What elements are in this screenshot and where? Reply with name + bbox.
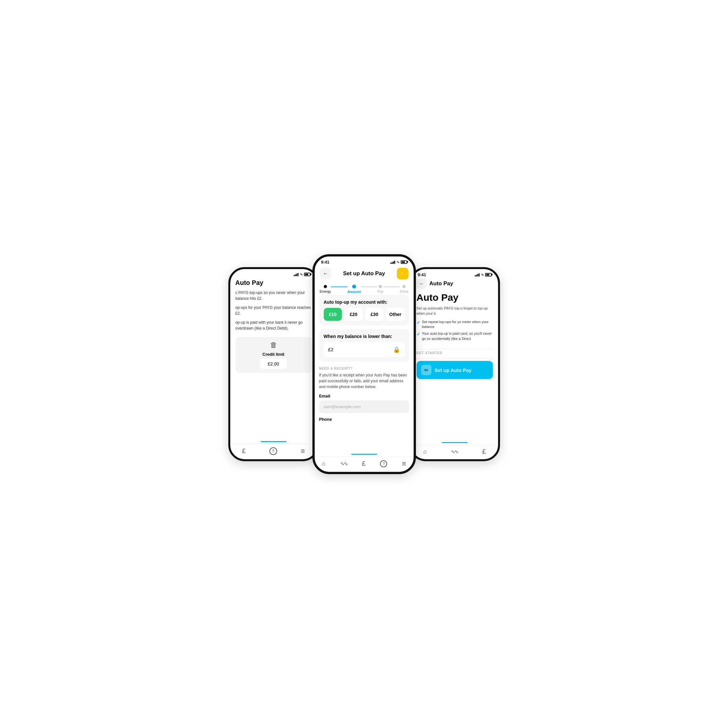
- balance-value: £2: [328, 347, 334, 352]
- get-started-label: GET STARTED: [416, 351, 493, 355]
- amount-other[interactable]: Other: [386, 308, 405, 321]
- back-button-center[interactable]: ←: [320, 268, 332, 280]
- receipt-section: NEED A RECEIPT? If you'd like a receipt …: [319, 366, 409, 426]
- step-label-amount: Amount: [347, 290, 361, 294]
- back-button-right[interactable]: ←: [416, 278, 427, 289]
- battery-icon-right: [485, 273, 492, 277]
- topup-card: Auto top-up my account with: £10 £20 £30…: [319, 295, 409, 325]
- left-card: 🗑 Credit limit £2.00: [236, 337, 312, 373]
- step-dot-amount: [352, 284, 356, 289]
- step-label-energy: Energy: [320, 289, 331, 293]
- phone-right: 9:41 ∿ ← Auto Pay Auto: [410, 267, 500, 461]
- balance-card: When my balance is lower than: £2 🔒: [319, 329, 409, 362]
- amount-10[interactable]: £10: [324, 308, 342, 321]
- status-time-right: 9:41: [418, 272, 426, 277]
- nav-menu-left[interactable]: ≡: [301, 447, 305, 455]
- lock-icon: 🔒: [393, 346, 400, 353]
- topup-title: Auto top-up my account with:: [324, 300, 405, 305]
- nav-question-center[interactable]: ?: [380, 460, 387, 467]
- step-indicator: Energy Amount Pay Done: [315, 282, 414, 295]
- right-header-title: Auto Pay: [430, 280, 453, 287]
- left-content: Auto Pay c PAYG top-ups so you never whe…: [230, 278, 317, 440]
- battery-icon-left: [304, 273, 310, 276]
- setup-autopay-button[interactable]: ∞ Set up Auto Pay: [416, 361, 493, 379]
- credit-value: £2.00: [260, 359, 287, 369]
- receipt-desc: If you'd like a receipt when your Auto P…: [319, 372, 409, 390]
- check-item-1: ✓ Set repeat top-ups for yo meter when y…: [416, 320, 493, 330]
- home-indicator-left: [230, 440, 317, 444]
- nav-home-center[interactable]: ⌂: [322, 460, 325, 467]
- step-done: Done: [400, 285, 408, 293]
- step-dot-pay: [379, 285, 382, 288]
- battery-icon-center: [401, 260, 407, 264]
- email-input[interactable]: sam@example.com: [319, 401, 409, 413]
- scene: ∿ Auto Pay c PAYG top-ups so you never w…: [186, 254, 542, 474]
- divider-right-2: [416, 359, 493, 359]
- balance-title: When my balance is lower than:: [324, 334, 405, 339]
- wifi-icon-right: ∿: [481, 273, 484, 277]
- nav-graph-right[interactable]: ∿∿: [451, 448, 458, 455]
- signal-icon-right: [475, 273, 480, 277]
- step-pay: Pay: [377, 285, 383, 293]
- status-time-center: 9:41: [321, 260, 330, 265]
- status-bar-left: ∿: [230, 269, 317, 278]
- nav-pound-right[interactable]: £: [482, 448, 486, 455]
- center-scroll: Auto top-up my account with: £10 £20 £30…: [315, 295, 414, 453]
- step-dot-done: [402, 285, 405, 288]
- amount-options: £10 £20 £30 Other: [324, 308, 405, 321]
- step-energy: Energy: [320, 285, 331, 293]
- center-header-title: Set up Auto Pay: [343, 271, 385, 277]
- step-label-pay: Pay: [377, 289, 383, 293]
- left-desc3: op-up is paid with your bank ll never go…: [236, 320, 312, 331]
- wifi-icon-left: ∿: [300, 272, 303, 277]
- lightning-button[interactable]: ⚡: [397, 268, 408, 280]
- nav-bar-left: £ ? ≡: [230, 444, 317, 459]
- home-indicator-right: [411, 441, 498, 445]
- step-amount: Amount: [347, 284, 361, 294]
- phone-center: 9:41 ∿ ← Set up Auto Pay ⚡: [312, 254, 416, 474]
- nav-pound-left[interactable]: £: [242, 447, 245, 455]
- check-list: ✓ Set repeat top-ups for yo meter when y…: [416, 320, 493, 343]
- amount-20[interactable]: £20: [344, 308, 363, 321]
- right-content-area: ← Auto Pay Auto Pay Set up automatic PAY…: [411, 278, 498, 441]
- status-icons-right: ∿: [475, 273, 492, 277]
- divider-right: [416, 349, 493, 349]
- signal-icon-center: [390, 260, 395, 264]
- step-dot-energy: [324, 285, 327, 288]
- phone-label: Phone: [319, 417, 409, 422]
- nav-bar-center: ⌂ ∿∿ £ ? ≡: [315, 457, 414, 472]
- check-item-2: ✓ Your auto top-up is paid card, so you'…: [416, 331, 493, 341]
- status-bar-center: 9:41 ∿: [315, 257, 414, 266]
- step-line-3: [383, 286, 400, 287]
- wifi-icon-center: ∿: [396, 260, 399, 264]
- balance-input-row: £2 🔒: [324, 342, 405, 357]
- check-icon-1: ✓: [416, 320, 420, 326]
- nav-graph-center[interactable]: ∿∿: [340, 460, 347, 467]
- step-line-1: [331, 286, 347, 287]
- nav-home-right[interactable]: ⌂: [423, 448, 427, 455]
- nav-question-left[interactable]: ?: [269, 447, 277, 455]
- receipt-label: NEED A RECEIPT?: [319, 367, 409, 370]
- phone-left: ∿ Auto Pay c PAYG top-ups so you never w…: [228, 267, 319, 461]
- right-main-title: Auto Pay: [416, 292, 493, 303]
- check-icon-2: ✓: [416, 332, 420, 337]
- nav-bar-right: ⌂ ∿∿ £: [411, 445, 498, 459]
- left-desc2: op-ups for your PAYG your balance reache…: [236, 305, 312, 316]
- status-icons-center: ∿: [390, 260, 407, 264]
- step-label-done: Done: [400, 289, 408, 293]
- status-bar-right: 9:41 ∿: [411, 269, 498, 278]
- amount-30[interactable]: £30: [366, 308, 384, 321]
- nav-pound-center[interactable]: £: [362, 460, 366, 467]
- right-header: ← Auto Pay: [416, 278, 493, 289]
- infinity-icon: ∞: [421, 365, 431, 375]
- setup-btn-label: Set up Auto Pay: [435, 367, 471, 373]
- email-label: Email: [319, 394, 409, 398]
- status-icons-left: ∿: [294, 272, 310, 277]
- credit-label: Credit limit: [263, 352, 284, 357]
- trash-icon: 🗑: [270, 341, 277, 349]
- nav-menu-center[interactable]: ≡: [402, 460, 406, 468]
- home-indicator-center: [315, 453, 414, 457]
- signal-icon-left: [294, 272, 298, 276]
- right-desc: Set up automatic PAYG top-u forget to to…: [416, 306, 493, 316]
- left-desc1: c PAYG top-ups so you never when your ba…: [236, 290, 312, 301]
